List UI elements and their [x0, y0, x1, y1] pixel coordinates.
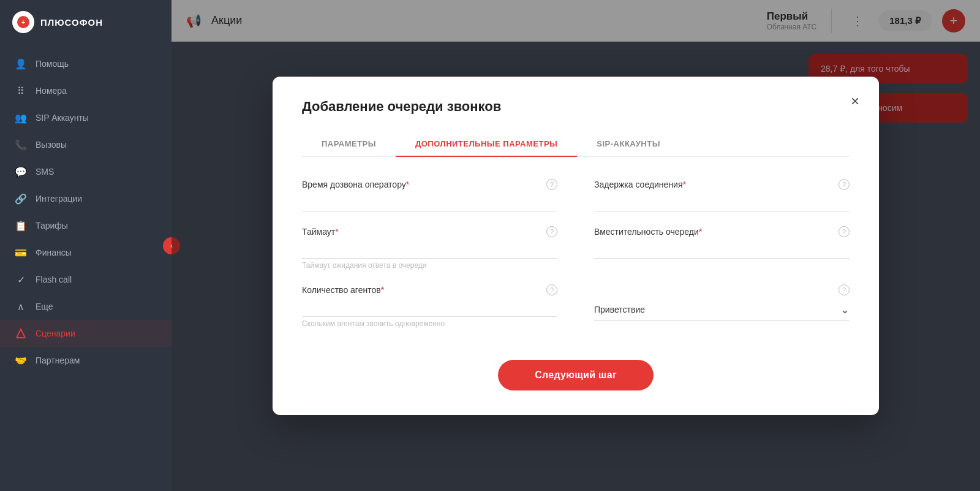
agent-count-label: Количество агентов* [302, 285, 384, 295]
sidebar-nav: 👤 Помощь ⠿ Номера 👥 SIP Аккаунты 📞 Вызов… [0, 44, 172, 491]
sidebar-item-sms[interactable]: 💬 SMS [0, 158, 172, 185]
sms-icon: 💬 [15, 166, 27, 178]
integrations-icon: 🔗 [15, 192, 27, 205]
sidebar-item-label: Вызовы [36, 140, 67, 150]
tab-params[interactable]: ПАРАМЕТРЫ [302, 132, 396, 157]
sidebar-brand: ПЛЮСОФОН [40, 17, 103, 28]
agent-count-hint-icon[interactable]: ? [546, 284, 557, 295]
sidebar-item-calls[interactable]: 📞 Вызовы [0, 131, 172, 158]
sidebar-item-flash-call[interactable]: ✓ Flash call [0, 266, 172, 293]
modal-title: Добавление очереди звонков [302, 99, 850, 115]
svg-text:+: + [21, 18, 25, 26]
sidebar: + ПЛЮСОФОН 👤 Помощь ⠿ Номера 👥 SIP Аккау… [0, 0, 172, 491]
queue-capacity-hint-icon[interactable]: ? [839, 226, 850, 237]
tab-sip-accounts[interactable]: SIP-АККАУНТЫ [577, 132, 680, 157]
sidebar-item-label: Тарифы [36, 221, 68, 230]
queue-capacity-label: Вместительность очереди* [594, 227, 702, 237]
sidebar-item-partners[interactable]: 🤝 Партнерам [0, 347, 172, 374]
sidebar-item-label: Еще [36, 302, 53, 311]
next-step-button[interactable]: Следующий шаг [498, 360, 654, 390]
sidebar-item-label: Flash call [36, 275, 72, 284]
calls-icon: 📞 [15, 139, 27, 151]
sidebar-header: + ПЛЮСОФОН [0, 0, 172, 44]
field-connection-delay: Задержка соединения* ? [594, 179, 850, 211]
form-grid: Время дозвона оператору* ? Задержка соед… [302, 179, 850, 343]
agent-count-sub-hint: Скольким агентам звонить одновременно [302, 319, 557, 328]
sidebar-item-sip[interactable]: 👥 SIP Аккаунты [0, 104, 172, 131]
sidebar-item-label: Партнерам [36, 356, 80, 365]
scenarios-icon [15, 327, 27, 340]
sidebar-item-more[interactable]: ∧ Еще [0, 293, 172, 320]
sidebar-item-label: SMS [36, 167, 54, 177]
help-icon: 👤 [15, 58, 27, 70]
queue-capacity-input[interactable] [594, 241, 850, 259]
connection-delay-input[interactable] [594, 194, 850, 211]
timeout-hint-icon[interactable]: ? [546, 226, 557, 237]
modal-overlay: Добавление очереди звонков × ПАРАМЕТРЫ Д… [172, 0, 980, 491]
sidebar-item-finances[interactable]: 💳 Финансы [0, 239, 172, 266]
sip-icon: 👥 [15, 112, 27, 124]
sidebar-item-numbers[interactable]: ⠿ Номера [0, 77, 172, 104]
connection-delay-hint-icon[interactable]: ? [839, 179, 850, 190]
sidebar-item-label: Номера [36, 86, 67, 96]
tariffs-icon: 📋 [15, 219, 27, 232]
operator-dial-time-input[interactable] [302, 194, 557, 211]
numbers-icon: ⠿ [15, 85, 27, 97]
sidebar-item-label: Финансы [36, 248, 72, 257]
tab-extra-params[interactable]: ДОПОЛНИТЕЛЬНЫЕ ПАРАМЕТРЫ [396, 132, 577, 157]
main-area: 📢 Акции Первый Облачная АТС ⋮ 181,3 ₽ + … [172, 0, 980, 491]
sidebar-item-scenarios[interactable]: Сценарии [0, 320, 172, 347]
connection-delay-label: Задержка соединения* [594, 180, 686, 189]
sidebar-item-label: Интеграции [36, 194, 82, 204]
partners-icon: 🤝 [15, 354, 27, 367]
greeting-value: Приветствие [594, 305, 840, 314]
finances-icon: 💳 [15, 246, 27, 259]
sidebar-item-label: Помощь [36, 59, 69, 69]
timeout-input[interactable] [302, 241, 557, 259]
more-icon: ∧ [15, 300, 27, 313]
sidebar-item-tariffs[interactable]: 📋 Тарифы [0, 212, 172, 239]
timeout-sub-hint: Таймаут ожидания ответа в очереди [302, 261, 557, 270]
flash-call-icon: ✓ [15, 273, 27, 286]
operator-dial-time-label: Время дозвона оператору* [302, 180, 409, 189]
sidebar-logo: + [12, 11, 34, 33]
timeout-label: Таймаут* [302, 227, 339, 237]
field-timeout: Таймаут* ? Таймаут ожидания ответа в оче… [302, 226, 557, 270]
field-operator-dial-time: Время дозвона оператору* ? [302, 179, 557, 211]
sidebar-item-label: Сценарии [36, 329, 75, 338]
modal-dialog: Добавление очереди звонков × ПАРАМЕТРЫ Д… [273, 77, 879, 415]
sidebar-item-label: SIP Аккаунты [36, 113, 89, 123]
modal-tabs: ПАРАМЕТРЫ ДОПОЛНИТЕЛЬНЫЕ ПАРАМЕТРЫ SIP-А… [302, 132, 850, 157]
sidebar-item-integrations[interactable]: 🔗 Интеграции [0, 185, 172, 212]
field-agent-count: Количество агентов* ? Скольким агентам з… [302, 284, 557, 328]
operator-dial-time-hint-icon[interactable]: ? [546, 179, 557, 190]
greeting-hint-icon[interactable]: ? [839, 284, 850, 295]
modal-close-button[interactable]: × [851, 94, 859, 108]
agent-count-input[interactable] [302, 299, 557, 317]
sidebar-item-help[interactable]: 👤 Помощь [0, 50, 172, 77]
field-greeting: ? Приветствие ⌄ [594, 284, 850, 328]
greeting-select[interactable]: Приветствие ⌄ [594, 299, 850, 321]
modal-footer: Следующий шаг [302, 360, 850, 390]
field-queue-capacity: Вместительность очереди* ? [594, 226, 850, 270]
chevron-down-icon: ⌄ [840, 303, 850, 316]
